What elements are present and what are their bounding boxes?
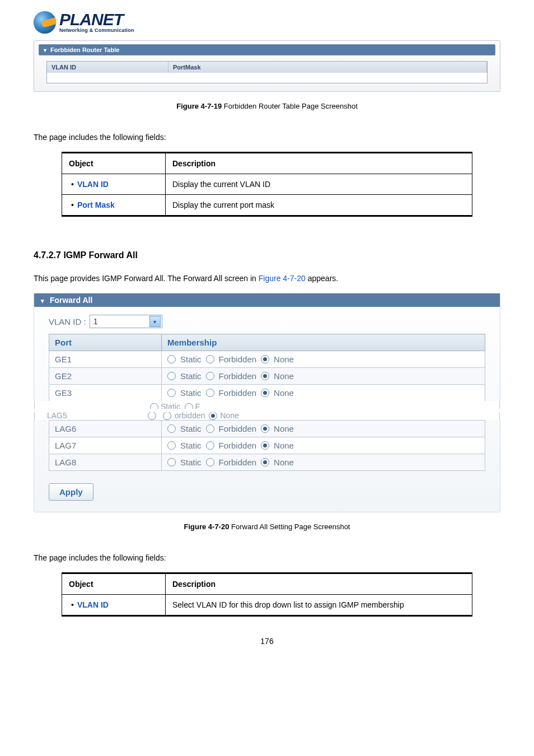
- radio-forbidden[interactable]: [206, 389, 214, 397]
- table-row: GE2 Static Forbidden None: [49, 368, 485, 385]
- table-body-empty: [47, 73, 487, 83]
- table-row: GE3 Static Forbidden None: [49, 385, 485, 402]
- port-cell: LAG7: [49, 437, 162, 454]
- intro-text-1: The page includes the following fields:: [34, 133, 500, 142]
- th-description: Description: [166, 573, 472, 595]
- vlan-id-label: VLAN ID :: [49, 317, 86, 326]
- section-heading: 4.7.2.7 IGMP Forward All: [34, 250, 500, 260]
- partial-row-bottom: LAG5 orbidden None: [34, 412, 500, 420]
- brand-tagline: Networking & Communication: [59, 27, 134, 33]
- col-port-mask: PortMask: [168, 62, 487, 73]
- caret-down-icon: ▾: [44, 47, 46, 53]
- table-gap: Static F LAG5 orbidden None: [6, 401, 528, 420]
- table-row: •Port Mask Display the current port mask: [62, 195, 472, 216]
- table-row: LAG7 Static Forbidden None: [49, 437, 485, 454]
- intro-text-2: The page includes the following fields:: [34, 553, 500, 562]
- radio-forbidden[interactable]: [206, 372, 214, 380]
- table-row: •VLAN ID Select VLAN ID for this drop do…: [62, 595, 472, 616]
- port-cell: GE2: [49, 368, 162, 385]
- figure-caption-1: Figure 4-7-19 Forbidden Router Table Pag…: [34, 102, 500, 110]
- radio-static[interactable]: [167, 372, 176, 380]
- port-cell: GE1: [49, 351, 162, 368]
- table-row: GE1 Static Forbidden None: [49, 351, 485, 368]
- port-cell: LAG8: [49, 454, 162, 471]
- panel-titlebar[interactable]: ▾ Forbbiden Router Table: [39, 44, 495, 55]
- forbidden-router-panel: ▾ Forbbiden Router Table VLAN ID PortMas…: [34, 40, 500, 92]
- table-row: LAG8 Static Forbidden None: [49, 454, 485, 471]
- apply-button[interactable]: Apply: [49, 483, 93, 501]
- figure-caption-2: Figure 4-7-20 Forward All Setting Page S…: [34, 522, 500, 531]
- th-object: Object: [62, 573, 166, 595]
- table-row: LAG6 Static Forbidden None: [49, 421, 485, 437]
- brand-logo: PLANET Networking & Communication: [34, 11, 500, 34]
- radio-static[interactable]: [167, 389, 176, 397]
- radio-none[interactable]: [261, 355, 269, 363]
- radio-forbidden[interactable]: [206, 441, 214, 450]
- vlan-id-value: 1: [93, 317, 98, 326]
- forward-all-table-bottom: LAG6 Static Forbidden None LAG7 Static F…: [49, 420, 485, 471]
- radio-forbidden[interactable]: [206, 458, 214, 466]
- panel-titlebar[interactable]: ▾ Forward All: [34, 293, 500, 307]
- th-membership: Membership: [162, 334, 485, 351]
- globe-icon: [34, 11, 56, 34]
- radio-none[interactable]: [261, 441, 269, 450]
- radio-static[interactable]: [167, 424, 176, 433]
- col-vlan-id: VLAN ID: [47, 62, 168, 73]
- radio-none[interactable]: [261, 372, 269, 380]
- radio-static[interactable]: [167, 458, 176, 466]
- page-number: 176: [34, 637, 500, 646]
- panel-title: Forbbiden Router Table: [50, 46, 119, 53]
- partial-row-top: Static F: [34, 401, 500, 409]
- th-port: Port: [49, 334, 162, 351]
- brand-name: PLANET: [59, 12, 134, 28]
- radio-static[interactable]: [167, 441, 176, 450]
- radio-forbidden[interactable]: [206, 424, 214, 433]
- caret-down-icon: ▾: [41, 297, 44, 304]
- radio-static[interactable]: [167, 355, 176, 363]
- th-object: Object: [62, 153, 166, 174]
- radio-none[interactable]: [261, 424, 269, 433]
- intro-forward-all: This page provides IGMP Forward All. The…: [34, 274, 500, 283]
- vlan-id-select[interactable]: 1 ▾: [90, 315, 162, 328]
- forward-all-table-top: Port Membership GE1 Static Forbidden Non…: [49, 334, 485, 402]
- radio-none[interactable]: [261, 389, 269, 397]
- th-description: Description: [166, 153, 472, 174]
- field-table-2: Object Description •VLAN ID Select VLAN …: [62, 572, 472, 617]
- field-table-1: Object Description •VLAN ID Display the …: [62, 152, 472, 217]
- forward-all-panel: ▾ Forward All VLAN ID : 1 ▾ Port Members…: [34, 293, 500, 512]
- port-cell: LAG6: [49, 421, 162, 437]
- chevron-down-icon: ▾: [149, 316, 161, 327]
- radio-none[interactable]: [261, 458, 269, 466]
- port-cell: GE3: [49, 385, 162, 402]
- table-row: •VLAN ID Display the current VLAN ID: [62, 174, 472, 195]
- panel-title: Forward All: [50, 296, 93, 305]
- radio-forbidden[interactable]: [206, 355, 214, 363]
- figure-link[interactable]: Figure 4-7-20: [259, 274, 306, 283]
